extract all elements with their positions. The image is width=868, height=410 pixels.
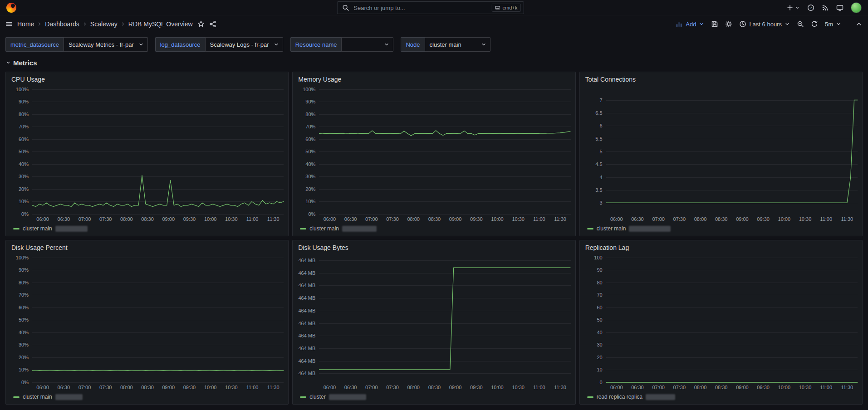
refresh-interval-picker[interactable]: 5m xyxy=(825,21,841,28)
legend-label[interactable]: cluster main xyxy=(23,225,52,232)
menu-hamburger-icon[interactable] xyxy=(5,20,13,28)
zoom-out-icon[interactable] xyxy=(797,20,804,28)
x-axis-label: 07:00 xyxy=(78,385,91,390)
chevron-right-icon xyxy=(120,21,126,27)
x-axis-label: 08:00 xyxy=(694,385,707,390)
plot-area[interactable] xyxy=(32,87,284,214)
x-axis-label: 11:30 xyxy=(841,385,853,390)
plot-area[interactable] xyxy=(32,255,284,382)
y-axis-label: 100% xyxy=(16,87,29,92)
x-axis-label: 09:30 xyxy=(183,216,196,222)
news-rss-icon[interactable] xyxy=(822,4,829,11)
legend-label[interactable]: cluster xyxy=(309,394,325,400)
legend-redacted-blur xyxy=(629,226,671,232)
x-axis-label: 09:00 xyxy=(449,385,462,390)
new-menu-button[interactable] xyxy=(786,4,800,11)
y-axis-label: 50 xyxy=(597,317,602,322)
breadcrumb-home[interactable]: Home xyxy=(17,20,34,28)
search-input[interactable] xyxy=(353,4,488,12)
panel-title[interactable]: Memory Usage xyxy=(297,75,570,87)
y-axis-label: 60% xyxy=(19,305,29,310)
axis-corner xyxy=(584,214,606,223)
variable-label: Node xyxy=(401,37,424,52)
variable-resource-name: Resource name xyxy=(290,37,394,52)
x-axis-label: 08:30 xyxy=(141,385,154,390)
x-axis-label: 08:30 xyxy=(428,385,441,390)
dashboard-panel: CPU Usage 100%90%80%70%60%50%40%30%20%10… xyxy=(5,72,289,236)
y-axis-label: 464 MB xyxy=(298,371,315,376)
panel-title[interactable]: Disk Usage Bytes xyxy=(297,243,570,255)
y-axis: 1009080706050403020100 xyxy=(584,255,606,382)
breadcrumb-current-dashboard: RDB MySQL Overview xyxy=(128,20,193,28)
y-axis-label: 90 xyxy=(597,267,602,273)
breadcrumb-scaleway[interactable]: Scaleway xyxy=(90,20,118,28)
panel-title[interactable]: Total Connections xyxy=(584,75,858,87)
x-axis-label: 11:30 xyxy=(267,216,280,222)
x-axis-label: 06:00 xyxy=(324,385,336,390)
variable-select-log-datasource[interactable]: Scaleway Logs - fr-par xyxy=(205,37,283,52)
monitor-icon[interactable] xyxy=(836,4,843,11)
chevron-down-icon xyxy=(5,60,11,65)
legend-series-marker xyxy=(13,228,20,229)
dashboard-settings-gear-icon[interactable] xyxy=(725,20,732,28)
star-icon[interactable] xyxy=(197,20,205,28)
panel-title[interactable]: Replication Lag xyxy=(584,243,858,255)
panel-legend: cluster main xyxy=(297,223,570,234)
plot-area[interactable] xyxy=(319,255,570,382)
legend-label[interactable]: cluster main xyxy=(597,225,626,232)
x-axis-label: 09:30 xyxy=(757,385,770,390)
y-axis-label: 464 MB xyxy=(298,321,315,326)
row-metrics-toggle[interactable]: Metrics xyxy=(5,58,863,67)
plot-area[interactable] xyxy=(606,255,858,382)
y-axis-label: 20 xyxy=(597,355,602,360)
y-axis-label: 4 xyxy=(600,175,603,180)
legend-label[interactable]: read replica replica xyxy=(597,394,642,400)
legend-series-marker xyxy=(300,396,306,398)
time-range-picker[interactable]: Last 6 hours xyxy=(739,20,790,28)
collapse-toolbar-chevron-up-icon[interactable] xyxy=(855,20,863,28)
x-axis-label: 06:30 xyxy=(344,216,357,222)
y-axis-label: 90% xyxy=(19,99,29,104)
share-icon[interactable] xyxy=(209,20,216,28)
breadcrumb-dashboards[interactable]: Dashboards xyxy=(45,20,79,28)
y-axis-label: 60% xyxy=(19,137,29,142)
help-icon[interactable]: ? xyxy=(807,4,814,11)
y-axis: 464 MB464 MB464 MB464 MB464 MB464 MB464 … xyxy=(297,255,319,382)
y-axis-label: 80 xyxy=(597,280,602,285)
variable-select-node[interactable]: cluster main xyxy=(425,37,490,52)
y-axis-label: 10% xyxy=(19,199,29,204)
x-axis-label: 08:30 xyxy=(428,216,441,222)
template-variables-row: metric_datasource Scaleway Metrics - fr-… xyxy=(5,37,863,52)
search-box[interactable]: cmd+k xyxy=(337,1,524,14)
user-avatar[interactable] xyxy=(851,2,862,13)
plus-icon xyxy=(786,4,794,11)
y-axis-label: 7 xyxy=(600,98,603,103)
grafana-logo[interactable] xyxy=(6,3,16,13)
y-axis-label: 70% xyxy=(305,124,315,129)
y-axis: 76.565.554.543.53 xyxy=(584,87,606,214)
plot-area[interactable] xyxy=(606,87,858,214)
dashboard-panel: Replication Lag 1009080706050403020100 0… xyxy=(579,240,863,405)
panel-title[interactable]: Disk Usage Percent xyxy=(10,243,284,255)
add-panel-button[interactable]: Add xyxy=(676,20,704,28)
y-axis-label: 30% xyxy=(19,174,29,179)
clock-icon xyxy=(739,20,746,28)
plot-area[interactable] xyxy=(319,87,570,214)
x-axis-label: 06:30 xyxy=(58,216,70,222)
save-dashboard-icon[interactable] xyxy=(711,20,718,28)
series-line xyxy=(319,255,570,382)
panel-title[interactable]: CPU Usage xyxy=(10,75,284,87)
variable-select-metric-datasource[interactable]: Scaleway Metrics - fr-par xyxy=(64,37,148,52)
x-axis-label: 06:00 xyxy=(324,216,336,222)
bar-chart-icon xyxy=(676,20,683,28)
y-axis-label: 30% xyxy=(305,174,315,179)
x-axis-label: 06:30 xyxy=(631,385,644,390)
x-axis-label: 10:30 xyxy=(225,216,238,222)
variable-select-resource-name[interactable] xyxy=(341,37,393,52)
legend-label[interactable]: cluster main xyxy=(309,225,339,232)
variable-value: Scaleway Metrics - fr-par xyxy=(69,41,134,48)
y-axis: 100%90%80%70%60%50%40%30%20%10%0% xyxy=(297,87,319,214)
legend-label[interactable]: cluster main xyxy=(23,394,52,400)
x-axis-label: 09:00 xyxy=(449,216,462,222)
refresh-icon[interactable] xyxy=(811,20,818,28)
